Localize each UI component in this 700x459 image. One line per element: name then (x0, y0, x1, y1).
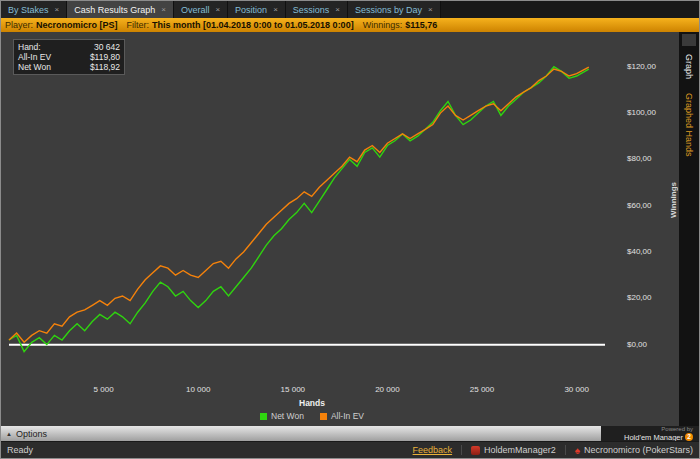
tab-close-icon[interactable]: × (428, 6, 433, 14)
y-axis: $120,00$100,00$80,00$60,00$40,00$20,00$0… (627, 32, 673, 384)
tab-bar-filler (441, 1, 699, 18)
tab-close-icon[interactable]: × (273, 6, 278, 14)
x-tick-label: 10 000 (178, 385, 218, 394)
x-axis-title: Hands (1, 397, 623, 409)
tab-close-icon[interactable]: × (215, 6, 220, 14)
legend-label-net-won: Net Won (271, 411, 304, 421)
info-net-won-label: Net Won (18, 62, 51, 72)
options-button[interactable]: ▲ Options (1, 426, 601, 441)
info-net-won-value: $118,92 (90, 62, 120, 72)
app-name-label: HoldemManager2 (484, 445, 556, 455)
status-ready: Ready (7, 445, 413, 455)
tab-close-icon[interactable]: × (335, 6, 340, 14)
y-tick-label: $40,00 (627, 247, 651, 256)
tab-cash-results-graph[interactable]: Cash Results Graph × (67, 1, 174, 18)
options-label: Options (16, 429, 47, 439)
app-window: By Stakes × Cash Results Graph × Overall… (0, 0, 700, 459)
info-hand-label: Hand: (18, 42, 41, 52)
y-tick-label: $0,00 (627, 340, 647, 349)
x-tick-label: 25 000 (462, 385, 502, 394)
y-tick-label: $80,00 (627, 154, 651, 163)
tab-label: Position (235, 5, 267, 15)
info-allin-ev-value: $119,80 (90, 52, 120, 62)
side-tab-graphed-hands[interactable]: Graphed Hands (684, 90, 694, 160)
chart-svg (1, 32, 623, 384)
y-tick-label: $120,00 (627, 62, 656, 71)
feedback-link[interactable]: Feedback (413, 445, 453, 455)
legend-swatch-net-won (260, 413, 267, 420)
tab-overall[interactable]: Overall × (174, 1, 228, 18)
holdemmanager-icon (471, 446, 480, 455)
legend-label-all-in-ev: All-In EV (331, 411, 364, 421)
filter-label: Filter: (127, 20, 150, 30)
tab-position[interactable]: Position × (228, 1, 286, 18)
status-separator (461, 445, 462, 455)
pokerstars-spade-icon: ♠ (575, 446, 580, 455)
series-line-all-in-ev (9, 67, 589, 342)
x-tick-label: 20 000 (367, 385, 407, 394)
filter-value: This month [01.04.2018 0:00 to 01.05.201… (152, 20, 354, 30)
legend-swatch-all-in-ev (320, 413, 327, 420)
tab-close-icon[interactable]: × (161, 6, 166, 14)
status-bar: Ready Feedback HoldemManager2 ♠ Necronom… (1, 441, 699, 458)
brand-name: Hold'em Manager 2 (624, 433, 693, 441)
legend-item-all-in-ev: All-In EV (320, 411, 364, 421)
branding: Powered by Hold'em Manager 2 (601, 426, 699, 441)
winnings-value: $115,76 (405, 20, 437, 30)
brand-badge: 2 (685, 433, 693, 441)
x-tick-label: 30 000 (557, 385, 597, 394)
tab-sessions[interactable]: Sessions × (286, 1, 348, 18)
tab-bar: By Stakes × Cash Results Graph × Overall… (1, 1, 699, 18)
options-bar: ▲ Options Powered by Hold'em Manager 2 (1, 426, 699, 441)
tab-close-icon[interactable]: × (55, 6, 60, 14)
side-tab-strip: Graph Graphed Hands (679, 32, 699, 426)
status-item-app[interactable]: HoldemManager2 (471, 445, 556, 455)
hover-info-box: Hand: 30 642 All-In EV $119,80 Net Won $… (13, 39, 125, 75)
x-tick-label: 15 000 (273, 385, 313, 394)
info-hand-value: 30 642 (94, 42, 120, 52)
main-area: Hand: 30 642 All-In EV $119,80 Net Won $… (1, 32, 699, 426)
y-tick-label: $60,00 (627, 201, 651, 210)
chart-legend: Net Won All-In EV (1, 409, 623, 423)
chart-area: Hand: 30 642 All-In EV $119,80 Net Won $… (1, 32, 679, 426)
y-axis-title: Winnings (669, 182, 678, 218)
brand-name-text: Hold'em Manager (624, 434, 683, 441)
player-label: Player: (5, 20, 33, 30)
side-tab-graph[interactable]: Graph (684, 51, 694, 82)
tab-label: Cash Results Graph (74, 5, 155, 15)
tab-label: By Stakes (8, 5, 49, 15)
y-tick-label: $100,00 (627, 108, 656, 117)
info-allin-ev-label: All-In EV (18, 52, 51, 62)
tab-label: Overall (181, 5, 210, 15)
status-item-account[interactable]: ♠ Necronomicro (PokerStars) (575, 445, 693, 455)
tab-label: Sessions (293, 5, 330, 15)
player-value: Necronomicro [PS] (36, 20, 118, 30)
y-tick-label: $20,00 (627, 293, 651, 302)
filter-bar: Player: Necronomicro [PS] Filter: This m… (1, 18, 699, 32)
tab-by-stakes[interactable]: By Stakes × (1, 1, 67, 18)
winnings-label: Winnings: (363, 20, 403, 30)
status-separator (565, 445, 566, 455)
account-label: Necronomicro (PokerStars) (584, 445, 693, 455)
x-axis: 5 00010 00015 00020 00025 00030 000 (1, 384, 623, 397)
x-tick-label: 5 000 (84, 385, 124, 394)
options-expand-icon: ▲ (6, 431, 12, 437)
powered-by-label: Powered by (661, 426, 693, 433)
side-corner-box (682, 34, 696, 46)
legend-item-net-won: Net Won (260, 411, 304, 421)
tab-label: Sessions by Day (355, 5, 422, 15)
tab-sessions-by-day[interactable]: Sessions by Day × (348, 1, 441, 18)
